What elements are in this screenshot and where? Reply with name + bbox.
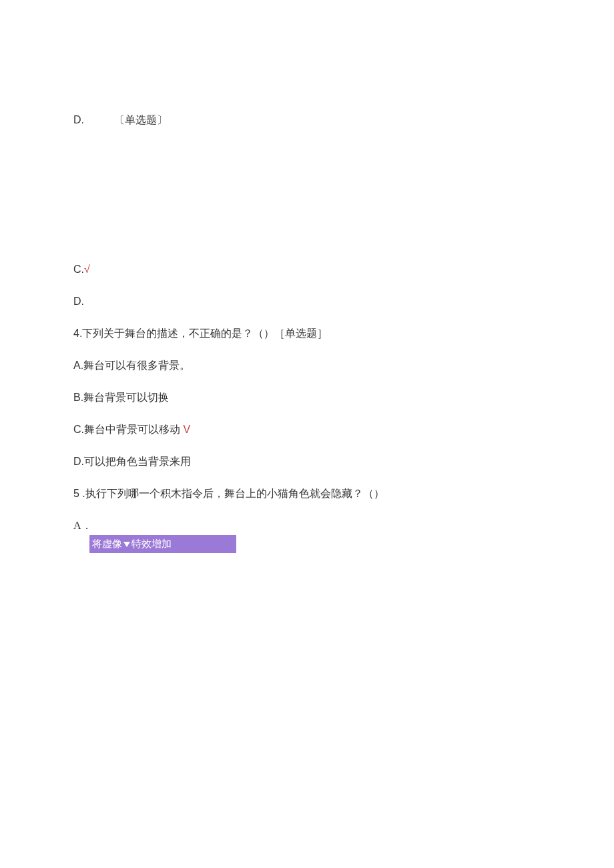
- q4-option-a: A.舞台可以有很多背景。: [73, 360, 190, 371]
- prev-option-d-label: D.: [73, 114, 84, 125]
- q5-stem: 5 .执行下列哪一个积木指令后，舞台上的小猫角色就会隐藏？（）: [73, 488, 384, 499]
- q3-option-c-label: C.: [73, 264, 84, 275]
- block-suffix-text: 特效增加: [131, 538, 172, 549]
- q3-option-c-mark: √: [84, 264, 90, 275]
- q4-option-d: D.可以把角色当背景来用: [73, 456, 191, 467]
- q4-stem: 4.下列关于舞台的描述，不正确的是？（）［单选题］: [73, 328, 328, 339]
- prev-question-tag: 〔单选题〕: [114, 114, 168, 125]
- q5-option-a-label: A．: [73, 520, 92, 531]
- block-prefix-text: 将虚像: [92, 538, 122, 549]
- dropdown-triangle-icon: [123, 542, 130, 547]
- q4-option-c-text: C.舞台中背景可以移动: [73, 424, 180, 435]
- q3-option-d-label: D.: [73, 296, 84, 307]
- q4-option-b: B.舞台背景可以切换: [73, 392, 169, 403]
- q4-option-c-mark: V: [180, 424, 190, 435]
- scratch-block-effect-increase: 将虚像特效增加: [89, 535, 236, 553]
